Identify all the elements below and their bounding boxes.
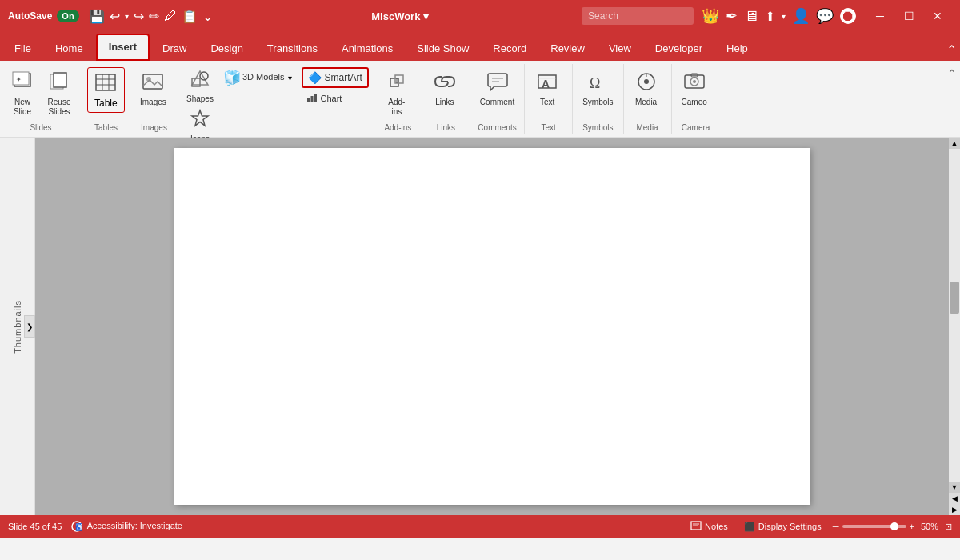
undo-icon[interactable]: ↩	[110, 9, 120, 24]
table-button[interactable]: Table	[87, 67, 125, 113]
more-icon[interactable]: ⌄	[202, 9, 213, 24]
autosave-toggle[interactable]: On	[57, 10, 78, 22]
crown-icon[interactable]: 👑	[702, 7, 719, 25]
tab-review[interactable]: Review	[539, 37, 596, 61]
pen2-icon[interactable]: ✒	[726, 7, 738, 25]
media-group-label: Media	[629, 122, 666, 134]
svg-point-34	[693, 80, 696, 83]
notes-label: Notes	[705, 522, 728, 531]
chart-button[interactable]: Chart	[302, 90, 369, 107]
scroll-track[interactable]	[949, 149, 960, 482]
camera-group-items: Cameo	[677, 64, 715, 122]
tab-home[interactable]: Home	[44, 37, 94, 61]
text-button[interactable]: A Text	[530, 67, 565, 110]
scroll-right-button[interactable]: ◀	[949, 493, 960, 504]
comments-icon[interactable]: 💬	[816, 7, 834, 25]
share-icon[interactable]: ⬆	[765, 9, 775, 24]
share-dropdown-icon[interactable]: ▾	[782, 12, 786, 21]
media-button[interactable]: Media	[629, 67, 664, 110]
links-group-items: Links	[427, 64, 465, 122]
zoom-slider[interactable]: ─ +	[833, 522, 914, 531]
reuse-slides-button[interactable]: ReuseSlides	[42, 67, 77, 120]
symbols-button[interactable]: Ω Symbols	[578, 67, 618, 110]
svg-rect-18	[314, 94, 317, 102]
tab-view[interactable]: View	[598, 37, 642, 61]
chart-label: Chart	[321, 94, 342, 103]
zoom-track[interactable]	[842, 525, 906, 528]
close-button[interactable]: ✕	[923, 0, 952, 32]
comments-group-label: Comments	[475, 122, 519, 134]
undo-dropdown-icon[interactable]: ▾	[125, 12, 129, 21]
ribbon-content: ✦ NewSlide ReuseSlides Slides	[0, 61, 960, 138]
ribbon-group-comments: Comment Comments	[470, 64, 525, 134]
display-settings-button[interactable]: ⬛ Display Settings	[739, 520, 826, 534]
save-icon[interactable]: 💾	[89, 9, 105, 24]
addins-button[interactable]: Add-ins	[379, 67, 414, 120]
status-bar: Slide 45 of 45 ♿ Accessibility: Investig…	[0, 515, 960, 538]
3d-models-button[interactable]: 🧊 3D Models ▾	[218, 67, 297, 88]
tab-help[interactable]: Help	[715, 37, 759, 61]
tab-record[interactable]: Record	[482, 37, 538, 61]
search-input[interactable]	[582, 7, 694, 25]
tab-file[interactable]: File	[3, 37, 42, 61]
tab-design[interactable]: Design	[199, 37, 254, 61]
tab-draw[interactable]: Draw	[151, 37, 198, 61]
links-group-label: Links	[427, 122, 465, 134]
cameo-button[interactable]: Cameo	[677, 67, 712, 110]
shapes-button[interactable]: Shapes	[183, 67, 217, 106]
tables-group-label: Tables	[87, 122, 125, 134]
slide-area[interactable]	[35, 138, 949, 515]
vertical-scrollbar[interactable]: ▲ ▼ ◀ ▶	[949, 138, 960, 515]
scroll-down-button[interactable]: ▼	[949, 482, 960, 493]
tab-animations[interactable]: Animations	[330, 37, 404, 61]
slide-canvas[interactable]	[174, 148, 810, 505]
ribbon-collapse-icon[interactable]: ⌃	[946, 42, 957, 58]
record-dot-icon[interactable]: ⏺	[840, 8, 856, 24]
svg-rect-10	[143, 74, 162, 89]
new-slide-button[interactable]: ✦ NewSlide	[5, 67, 40, 120]
filename-dropdown-icon[interactable]: ▾	[423, 10, 429, 22]
scroll-up-button[interactable]: ▲	[949, 138, 960, 149]
monitor-icon[interactable]: 🖥	[744, 8, 758, 25]
ribbon-group-addins: Add-ins Add-ins	[374, 64, 422, 134]
ribbon-group-tables: Table Tables	[82, 64, 130, 134]
tab-developer[interactable]: Developer	[644, 37, 714, 61]
customize-icon[interactable]: ✏	[149, 9, 159, 24]
svg-text:A: A	[542, 78, 550, 90]
tab-insert[interactable]: Insert	[96, 34, 150, 61]
links-button[interactable]: Links	[427, 67, 462, 110]
zoom-out-button[interactable]: ─	[833, 522, 839, 531]
ribbon-group-media: Media Media	[624, 64, 672, 134]
3d-models-icon: 🧊	[223, 70, 241, 85]
media-label: Media	[635, 98, 657, 107]
links-label: Links	[435, 98, 454, 107]
scroll-thumb[interactable]	[950, 282, 959, 314]
media-group-items: Media	[629, 64, 666, 122]
format-painter-icon[interactable]: 📋	[182, 9, 198, 24]
reuse-slides-icon	[48, 70, 70, 96]
images-icon	[142, 70, 164, 96]
tab-slideshow[interactable]: Slide Show	[406, 37, 480, 61]
tab-transitions[interactable]: Transitions	[256, 37, 329, 61]
minimize-button[interactable]: ─	[866, 0, 894, 32]
images-label: Images	[140, 98, 166, 107]
zoom-in-button[interactable]: +	[910, 522, 914, 531]
ribbon-group-links: Links Links	[422, 64, 470, 134]
pen-icon[interactable]: 🖊	[164, 9, 177, 23]
thumbnails-toggle-button[interactable]: ❯	[24, 315, 35, 338]
redo-icon[interactable]: ↪	[134, 9, 144, 24]
ribbon-collapse-arrow[interactable]: ⌃	[947, 67, 957, 80]
smartart-label: SmartArt	[325, 72, 362, 83]
smartart-button[interactable]: 🔷 SmartArt	[302, 67, 369, 88]
comment-button[interactable]: Comment	[475, 67, 519, 110]
images-button[interactable]: Images	[135, 67, 171, 110]
images-group-items: Images	[135, 64, 173, 122]
maximize-button[interactable]: ☐	[894, 0, 923, 32]
scroll-bottom-button[interactable]: ▶	[949, 504, 960, 515]
fit-to-window-icon[interactable]: ⊡	[945, 522, 952, 532]
title-right-icons: 👑 ✒ 🖥 ⬆ ▾ 👤 💬 ⏺	[702, 7, 856, 25]
notes-button[interactable]: Notes	[686, 518, 733, 534]
text-group-label: Text	[530, 122, 567, 134]
smartart-icon: 🔷	[308, 71, 322, 84]
user-icon[interactable]: 👤	[792, 7, 810, 25]
